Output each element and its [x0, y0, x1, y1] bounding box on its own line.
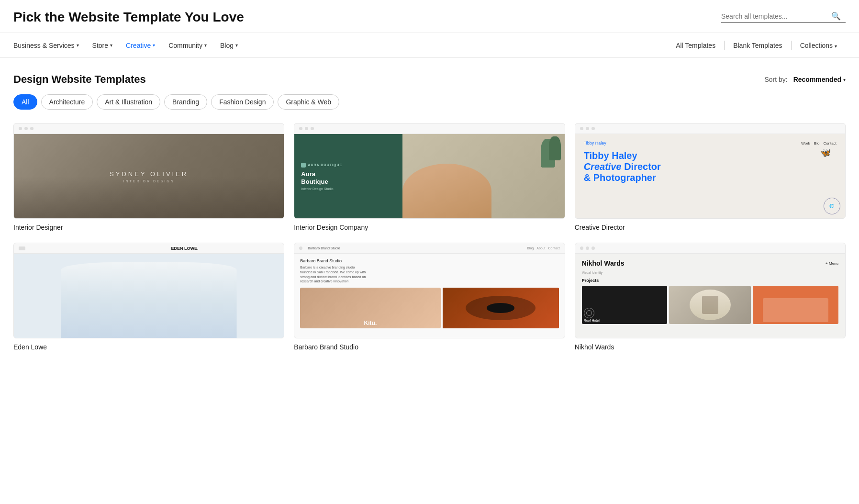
preview-vsub: Visual Identity: [582, 271, 838, 274]
preview-name: AuraBoutique: [301, 170, 328, 185]
preview-bar-5: Barbaro Brand Studio BlogAboutContact: [294, 243, 564, 254]
nav-item-blog[interactable]: Blog ▾: [220, 42, 238, 49]
template-name-6: Nikhol Wards: [575, 343, 846, 351]
nav-item-store[interactable]: Store ▾: [92, 42, 112, 49]
preview-projects: Projects: [582, 278, 838, 283]
preview-dot: [591, 127, 595, 130]
preview-dot: [580, 246, 583, 250]
template-card-branding-studio[interactable]: Barbaro Brand Studio BlogAboutContact Ba…: [294, 243, 565, 351]
filter-branding[interactable]: Branding: [164, 94, 207, 110]
preview-g1: Roof Hotel: [582, 286, 668, 324]
filter-art[interactable]: Art & Illustration: [97, 94, 160, 110]
preview-dot: [586, 246, 589, 250]
template-card-fashion-designer[interactable]: EDEN LOWE. Eden Lowe: [13, 243, 284, 351]
filter-row: All Architecture Art & Illustration Bran…: [13, 94, 846, 110]
nav-link-contact: Contact: [823, 141, 837, 146]
preview-image-2: [443, 288, 559, 328]
preview-logo: AURA BOUTIQUE: [301, 163, 342, 168]
chevron-down-icon: ▾: [77, 43, 79, 48]
nav-blank-templates[interactable]: Blank Templates: [725, 42, 791, 49]
template-thumb-2: AURA BOUTIQUE AuraBoutique Interior Desi…: [294, 123, 565, 219]
template-card-creative-director[interactable]: Tibby Haley Work Bio Contact Tibby Haley…: [575, 123, 846, 231]
nav-all-templates[interactable]: All Templates: [667, 42, 724, 49]
template-card-interior-design-company[interactable]: AURA BOUTIQUE AuraBoutique Interior Desi…: [294, 123, 565, 231]
preview-images: Kitu.: [300, 288, 558, 328]
preview-logo-bar: Barbaro Brand Studio: [308, 246, 340, 250]
template-thumb-4: EDEN LOWE.: [13, 243, 284, 338]
preview-dot: [311, 127, 314, 130]
template-grid: SYDNEY OLIVIER INTERIOR DESIGN Interior …: [13, 123, 846, 351]
chevron-down-icon: ▾: [204, 43, 207, 48]
filter-fashion[interactable]: Fashion Design: [211, 94, 274, 110]
preview-studio-text: Barbaro is a creative branding studiofou…: [300, 265, 558, 284]
nav-collections[interactable]: Collections ▾: [792, 42, 846, 49]
template-thumb-5: Barbaro Brand Studio BlogAboutContact Ba…: [294, 243, 565, 338]
preview-kitu: Kitu.: [362, 318, 379, 328]
preview-vname: Nikhol Wards: [582, 259, 625, 267]
preview-g3: [753, 286, 838, 324]
preview-brand: EDEN LOWE.: [171, 246, 199, 251]
search-icon[interactable]: 🔍: [831, 11, 841, 21]
preview-dot: [19, 127, 22, 130]
chevron-down-icon: ▾: [835, 44, 837, 49]
preview-dot: [24, 127, 28, 130]
preview-body-6: Nikhol Wards + Menu Visual Identity Proj…: [575, 254, 845, 338]
nav-item-business[interactable]: Business & Services ▾: [13, 42, 79, 49]
preview-dot: [580, 127, 583, 130]
preview-g2: [669, 286, 751, 324]
g1-label: Roof Hotel: [584, 319, 600, 322]
section-title: Design Website Templates: [13, 73, 146, 86]
page-title: Pick the Website Template You Love: [13, 10, 244, 25]
preview-bar: [14, 123, 284, 134]
preview-dot: [299, 246, 302, 250]
heading-line-2: Creative: [584, 161, 622, 172]
section-header: Design Website Templates Sort by: Recomm…: [13, 73, 846, 86]
preview-bar-3: [575, 123, 845, 134]
preview-menu-icon: [19, 246, 25, 250]
preview-globe-badge: 🌐: [824, 198, 840, 214]
preview-body-3: Tibby Haley Work Bio Contact Tibby Haley…: [575, 134, 845, 219]
nav-item-community[interactable]: Community ▾: [168, 42, 207, 49]
preview-body-2: AURA BOUTIQUE AuraBoutique Interior Desi…: [294, 134, 564, 219]
template-name-1: Interior Designer: [13, 224, 284, 231]
preview-left: AURA BOUTIQUE AuraBoutique Interior Desi…: [294, 134, 402, 219]
template-name-3: Creative Director: [575, 224, 846, 231]
preview-nav-6: Nikhol Wards + Menu: [582, 259, 838, 267]
preview-dot: [586, 127, 589, 130]
nav-left: Business & Services ▾ Store ▾ Creative ▾…: [13, 42, 667, 49]
nav-link-work: Work: [801, 141, 810, 146]
heading-line-4: & Photographer: [584, 172, 656, 183]
nav-item-creative[interactable]: Creative ▾: [126, 42, 155, 49]
preview-menu: + Menu: [826, 261, 838, 266]
search-input[interactable]: [721, 12, 831, 20]
nav-right: All Templates Blank Templates Collection…: [667, 41, 846, 50]
chevron-down-icon: ▾: [153, 43, 155, 48]
template-name-5: Barbaro Brand Studio: [294, 343, 565, 351]
preview-tagline: Interior Design Studio: [301, 187, 333, 190]
preview-bird: 🦋: [820, 147, 831, 158]
template-thumb-1: SYDNEY OLIVIER INTERIOR DESIGN: [13, 123, 284, 219]
chevron-down-icon: ▾: [110, 43, 112, 48]
heading-line-1: Tibby Haley: [584, 150, 637, 161]
chevron-down-icon: ▾: [235, 43, 238, 48]
template-card-interior-designer[interactable]: SYDNEY OLIVIER INTERIOR DESIGN Interior …: [13, 123, 284, 231]
template-thumb-6: Nikhol Wards + Menu Visual Identity Proj…: [575, 243, 846, 338]
preview-body: SYDNEY OLIVIER INTERIOR DESIGN: [14, 134, 284, 219]
filter-architecture[interactable]: Architecture: [41, 94, 93, 110]
heading-line-3: Director: [622, 161, 661, 172]
filter-graphic[interactable]: Graphic & Web: [278, 94, 339, 110]
preview-studio-title: Barbaro Brand Studio: [300, 258, 558, 263]
sort-dropdown[interactable]: Sort by: Recommended ▾: [765, 76, 846, 83]
main-content: Design Website Templates Sort by: Recomm…: [0, 58, 859, 366]
template-card-visual-identity[interactable]: Nikhol Wards + Menu Visual Identity Proj…: [575, 243, 846, 351]
nav-link-bio: Bio: [814, 141, 820, 146]
preview-nav-bar: BlogAboutContact: [527, 246, 559, 250]
preview-grid: Roof Hotel: [582, 286, 838, 324]
preview-nav-name: Tibby Haley: [584, 141, 606, 146]
preview-body-4: [14, 254, 284, 338]
preview-dot: [299, 127, 302, 130]
preview-nav-3: Tibby Haley Work Bio Contact: [584, 141, 837, 146]
preview-dot: [305, 127, 308, 130]
filter-all[interactable]: All: [13, 94, 37, 110]
preview-body-5: Barbaro Brand Studio Barbaro is a creati…: [294, 254, 564, 338]
